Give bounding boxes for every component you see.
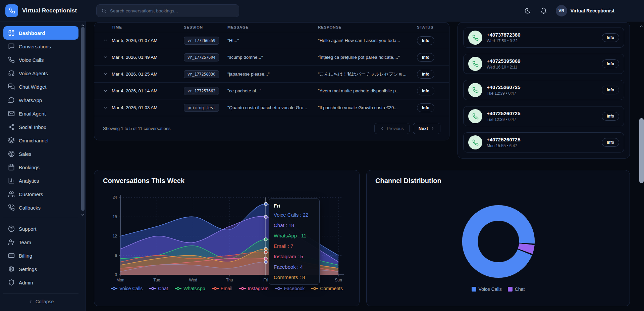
sidebar-item-customers[interactable]: Customers	[3, 187, 78, 201]
sidebar-item-chat-widget[interactable]: Chat Widget	[3, 80, 78, 93]
call-list-item[interactable]: +40725260725Tue 12:39 • 0:47Info	[463, 80, 624, 100]
sidebar-item-analytics[interactable]: Analytics	[3, 174, 78, 187]
global-search[interactable]	[96, 4, 239, 17]
phone-icon	[8, 56, 15, 63]
brand-logo[interactable]: Virtual Receptionist	[0, 4, 86, 17]
chevron-down-icon[interactable]	[81, 212, 85, 216]
sidebar-item-label: Chat Widget	[19, 84, 47, 90]
table-row[interactable]: Mar 4, 2026, 01:49 AM vr_177257604 "scum…	[94, 49, 449, 65]
previous-page-button[interactable]: Previous	[374, 123, 410, 134]
info-button[interactable]: Info	[417, 36, 434, 45]
sidebar-item-support[interactable]: Support	[3, 222, 78, 235]
info-button[interactable]: Info	[417, 70, 434, 79]
pagination-summary: Showing 1 to 5 of 11 conversations	[103, 126, 170, 131]
next-page-button[interactable]: Next	[413, 123, 440, 134]
chevron-down-icon[interactable]	[103, 105, 112, 110]
sidebar-item-billing[interactable]: Billing	[3, 249, 78, 262]
call-meta: Tue 12:39 • 0:47	[487, 91, 602, 96]
layers-icon	[8, 137, 15, 144]
legend-marker-icon	[212, 287, 219, 290]
theme-moon-icon[interactable]	[524, 7, 532, 15]
sidebar-item-whatsapp[interactable]: WhatsApp	[3, 93, 78, 107]
info-button[interactable]: Info	[417, 87, 434, 95]
sidebar-item-admin[interactable]: Admin	[3, 276, 78, 289]
col-status: STATUS	[417, 25, 440, 29]
cell-time: Mar 4, 2026, 01:25 AM	[112, 72, 184, 77]
info-button[interactable]: Info	[602, 112, 619, 121]
call-meta: Wed 17:50 • 0:32	[487, 39, 602, 43]
svg-text:24: 24	[113, 195, 117, 200]
call-meta: Mon 15:55 • 6:47	[487, 143, 602, 148]
chevron-down-icon[interactable]	[103, 72, 112, 77]
sidebar-item-settings[interactable]: Settings	[3, 262, 78, 276]
chart-tooltip: FriVoice Calls : 22Chat : 18WhatsApp : 1…	[269, 198, 320, 285]
chevron-down-icon[interactable]	[103, 38, 112, 43]
chevron-up-icon[interactable]	[81, 23, 85, 27]
notifications-bell-icon[interactable]	[540, 7, 548, 15]
sidebar-item-voice-agents[interactable]: Voice Agents	[3, 66, 78, 80]
session-badge: vr_177257662	[184, 87, 219, 95]
phone-logo-icon	[5, 4, 18, 17]
sidebar-item-team[interactable]: Team	[3, 235, 78, 249]
page-scrollbar-thumb[interactable]	[639, 118, 644, 183]
chevron-down-icon[interactable]	[103, 88, 112, 93]
call-list-item[interactable]: +40737872380Wed 17:50 • 0:32Info	[463, 28, 624, 48]
sidebar-item-conversations[interactable]: Conversations	[3, 40, 78, 53]
chevron-up-icon[interactable]	[639, 24, 643, 28]
info-button[interactable]: Info	[602, 33, 619, 42]
table-row[interactable]: Mar 4, 2026, 01:25 AM vr_177258030 "japa…	[94, 65, 449, 82]
phone-call-icon	[468, 83, 482, 97]
share-icon	[8, 124, 15, 130]
legend-item[interactable]: Chat	[508, 286, 525, 292]
sidebar-item-bookings[interactable]: Bookings	[3, 161, 78, 174]
legend-item[interactable]: Chat	[149, 286, 168, 291]
info-button[interactable]: Info	[417, 53, 434, 62]
user-plus-icon	[8, 239, 15, 246]
collapse-label: Collapse	[36, 299, 54, 304]
user-name: Virtual Receptionist	[571, 8, 614, 13]
sidebar-item-omnichannel[interactable]: Omnichannel	[3, 134, 78, 147]
info-button[interactable]: Info	[602, 59, 619, 68]
users-icon	[8, 191, 15, 197]
call-list-item[interactable]: +40725260725Tue 12:39 • 0:47Info	[463, 106, 624, 126]
info-button[interactable]: Info	[602, 138, 619, 147]
legend-item[interactable]: Facebook	[275, 286, 305, 291]
svg-text:Mon: Mon	[116, 278, 124, 282]
legend-item[interactable]: Voice Calls	[472, 286, 502, 292]
call-list-item[interactable]: +40725260725Mon 15:55 • 6:47Info	[463, 132, 624, 152]
messages-icon	[8, 83, 15, 90]
collapse-sidebar-button[interactable]: Collapse	[0, 295, 82, 308]
user-avatar[interactable]: VR	[556, 5, 567, 16]
legend-item[interactable]: WhatsApp	[175, 286, 205, 291]
legend-item[interactable]: Instagram	[239, 286, 269, 291]
svg-text:Fri: Fri	[263, 278, 268, 282]
credit-card-icon	[8, 252, 15, 259]
sidebar-item-dashboard[interactable]: Dashboard	[3, 26, 78, 40]
chevron-right-icon	[430, 126, 435, 131]
sidebar-scrollbar-thumb[interactable]	[81, 27, 85, 211]
sidebar-item-email-agent[interactable]: Email Agent	[3, 107, 78, 120]
legend-item[interactable]: Comments	[311, 286, 343, 291]
channel-distribution-card: Channel Distribution Voice CallsChat	[366, 170, 630, 306]
table-row[interactable]: Mar 4, 2026, 01:03 AM pricing_test "Quan…	[94, 99, 449, 116]
previous-label: Previous	[387, 126, 404, 131]
sidebar-item-sales[interactable]: Sales	[3, 147, 78, 161]
search-input[interactable]	[110, 8, 234, 13]
legend-item[interactable]: Email	[212, 286, 232, 291]
info-button[interactable]: Info	[417, 103, 434, 112]
cell-time: Mar 4, 2026, 01:49 AM	[112, 55, 184, 60]
chevron-down-icon[interactable]	[103, 55, 112, 60]
table-row[interactable]: Mar 4, 2026, 01:14 AM vr_177257662 "ce p…	[94, 82, 449, 99]
phone-call-icon	[8, 204, 15, 211]
channel-donut-chart[interactable]	[458, 201, 539, 282]
sidebar-item-social-inbox[interactable]: Social Inbox	[3, 120, 78, 134]
legend-item[interactable]: Voice Calls	[111, 286, 143, 291]
call-list-item[interactable]: +40725395869Wed 16:10 • 2:11Info	[463, 54, 624, 74]
sidebar-item-callbacks[interactable]: Callbacks	[3, 201, 78, 214]
legend-label: Email	[221, 286, 232, 291]
shield-icon	[8, 279, 15, 286]
info-button[interactable]: Info	[602, 86, 619, 94]
sidebar-item-voice-calls[interactable]: Voice Calls	[3, 53, 78, 66]
session-badge: pricing_test	[184, 104, 219, 112]
table-row[interactable]: Mar 5, 2026, 01:07 AM vr_177266559 "HI..…	[94, 32, 449, 49]
